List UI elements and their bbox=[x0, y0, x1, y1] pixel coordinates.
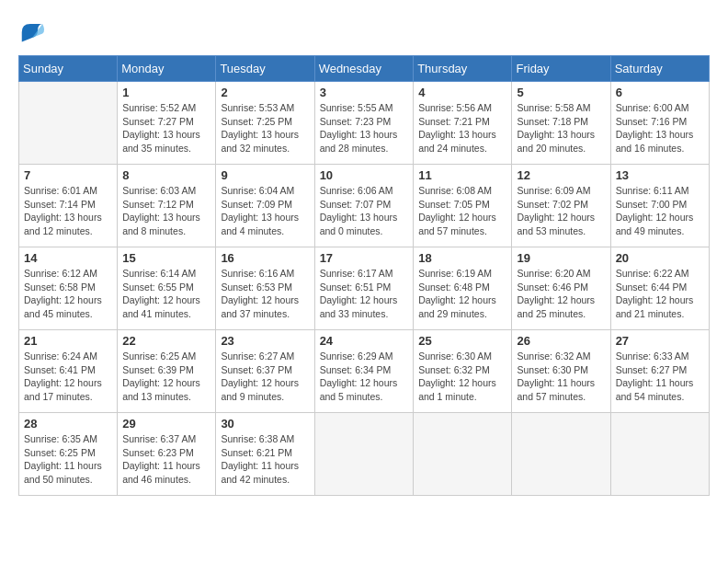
day-info: Sunrise: 6:20 AMSunset: 6:46 PMDaylight:… bbox=[517, 267, 605, 321]
day-cell: 10Sunrise: 6:06 AMSunset: 7:07 PMDayligh… bbox=[314, 165, 414, 247]
day-cell: 28Sunrise: 6:35 AMSunset: 6:25 PMDayligh… bbox=[19, 413, 118, 496]
day-number: 19 bbox=[517, 251, 605, 265]
day-cell bbox=[414, 413, 512, 496]
day-number: 23 bbox=[221, 334, 309, 348]
day-number: 26 bbox=[517, 334, 605, 348]
page-header bbox=[18, 18, 710, 46]
day-info: Sunrise: 5:58 AMSunset: 7:18 PMDaylight:… bbox=[517, 101, 605, 155]
day-number: 11 bbox=[418, 168, 506, 182]
day-info: Sunrise: 6:22 AMSunset: 6:44 PMDaylight:… bbox=[616, 267, 704, 321]
day-number: 16 bbox=[221, 251, 309, 265]
day-cell: 8Sunrise: 6:03 AMSunset: 7:12 PMDaylight… bbox=[118, 165, 216, 247]
header-thursday: Thursday bbox=[414, 56, 512, 82]
day-cell: 1Sunrise: 5:52 AMSunset: 7:27 PMDaylight… bbox=[118, 82, 216, 165]
day-number: 3 bbox=[320, 86, 409, 99]
day-number: 9 bbox=[221, 168, 309, 182]
day-info: Sunrise: 6:11 AMSunset: 7:00 PMDaylight:… bbox=[616, 184, 704, 238]
day-cell bbox=[19, 82, 118, 165]
day-number: 27 bbox=[616, 334, 704, 348]
day-cell: 3Sunrise: 5:55 AMSunset: 7:23 PMDaylight… bbox=[314, 82, 414, 165]
header-monday: Monday bbox=[118, 56, 216, 82]
day-info: Sunrise: 5:55 AMSunset: 7:23 PMDaylight:… bbox=[320, 101, 409, 155]
day-info: Sunrise: 5:56 AMSunset: 7:21 PMDaylight:… bbox=[418, 101, 506, 155]
day-number: 12 bbox=[517, 168, 605, 182]
day-info: Sunrise: 6:01 AMSunset: 7:14 PMDaylight:… bbox=[24, 184, 112, 238]
day-cell: 16Sunrise: 6:16 AMSunset: 6:53 PMDayligh… bbox=[216, 247, 314, 330]
day-cell bbox=[512, 413, 610, 496]
day-info: Sunrise: 6:38 AMSunset: 6:21 PMDaylight:… bbox=[221, 432, 309, 487]
week-row-5: 28Sunrise: 6:35 AMSunset: 6:25 PMDayligh… bbox=[19, 413, 710, 496]
day-cell: 6Sunrise: 6:00 AMSunset: 7:16 PMDaylight… bbox=[610, 82, 709, 165]
day-info: Sunrise: 6:09 AMSunset: 7:02 PMDaylight:… bbox=[517, 184, 605, 238]
day-info: Sunrise: 6:25 AMSunset: 6:39 PMDaylight:… bbox=[122, 350, 210, 404]
day-cell: 22Sunrise: 6:25 AMSunset: 6:39 PMDayligh… bbox=[118, 330, 216, 413]
header-wednesday: Wednesday bbox=[314, 56, 414, 82]
header-row: SundayMondayTuesdayWednesdayThursdayFrid… bbox=[19, 56, 710, 82]
day-cell: 30Sunrise: 6:38 AMSunset: 6:21 PMDayligh… bbox=[216, 413, 314, 496]
day-number: 29 bbox=[122, 417, 210, 431]
week-row-4: 21Sunrise: 6:24 AMSunset: 6:41 PMDayligh… bbox=[19, 330, 710, 413]
day-number: 10 bbox=[320, 168, 409, 182]
day-number: 28 bbox=[24, 417, 112, 431]
day-info: Sunrise: 6:24 AMSunset: 6:41 PMDaylight:… bbox=[24, 350, 112, 404]
day-cell: 25Sunrise: 6:30 AMSunset: 6:32 PMDayligh… bbox=[414, 330, 512, 413]
day-cell: 9Sunrise: 6:04 AMSunset: 7:09 PMDaylight… bbox=[216, 165, 314, 247]
day-number: 20 bbox=[616, 251, 704, 265]
day-number: 15 bbox=[122, 251, 210, 265]
day-number: 1 bbox=[122, 86, 210, 99]
day-info: Sunrise: 6:27 AMSunset: 6:37 PMDaylight:… bbox=[221, 350, 309, 404]
day-info: Sunrise: 6:14 AMSunset: 6:55 PMDaylight:… bbox=[122, 267, 210, 321]
header-sunday: Sunday bbox=[19, 56, 118, 82]
header-tuesday: Tuesday bbox=[216, 56, 314, 82]
day-cell: 13Sunrise: 6:11 AMSunset: 7:00 PMDayligh… bbox=[610, 165, 709, 247]
day-cell: 14Sunrise: 6:12 AMSunset: 6:58 PMDayligh… bbox=[19, 247, 118, 330]
day-cell: 26Sunrise: 6:32 AMSunset: 6:30 PMDayligh… bbox=[512, 330, 610, 413]
day-info: Sunrise: 6:04 AMSunset: 7:09 PMDaylight:… bbox=[221, 184, 309, 238]
day-cell: 5Sunrise: 5:58 AMSunset: 7:18 PMDaylight… bbox=[512, 82, 610, 165]
day-info: Sunrise: 6:17 AMSunset: 6:51 PMDaylight:… bbox=[320, 267, 409, 321]
day-cell: 4Sunrise: 5:56 AMSunset: 7:21 PMDaylight… bbox=[414, 82, 512, 165]
day-info: Sunrise: 6:03 AMSunset: 7:12 PMDaylight:… bbox=[122, 184, 210, 238]
day-info: Sunrise: 6:32 AMSunset: 6:30 PMDaylight:… bbox=[517, 350, 605, 404]
day-info: Sunrise: 6:19 AMSunset: 6:48 PMDaylight:… bbox=[418, 267, 506, 321]
day-number: 30 bbox=[221, 417, 309, 431]
day-cell: 29Sunrise: 6:37 AMSunset: 6:23 PMDayligh… bbox=[118, 413, 216, 496]
calendar-body: 1Sunrise: 5:52 AMSunset: 7:27 PMDaylight… bbox=[19, 82, 710, 496]
day-cell: 15Sunrise: 6:14 AMSunset: 6:55 PMDayligh… bbox=[118, 247, 216, 330]
day-info: Sunrise: 6:29 AMSunset: 6:34 PMDaylight:… bbox=[320, 350, 409, 404]
day-cell: 7Sunrise: 6:01 AMSunset: 7:14 PMDaylight… bbox=[19, 165, 118, 247]
day-number: 4 bbox=[418, 86, 506, 99]
day-info: Sunrise: 6:35 AMSunset: 6:25 PMDaylight:… bbox=[24, 432, 112, 487]
day-info: Sunrise: 6:12 AMSunset: 6:58 PMDaylight:… bbox=[24, 267, 112, 321]
day-info: Sunrise: 6:37 AMSunset: 6:23 PMDaylight:… bbox=[122, 432, 210, 487]
day-number: 22 bbox=[122, 334, 210, 348]
day-info: Sunrise: 6:06 AMSunset: 7:07 PMDaylight:… bbox=[320, 184, 409, 238]
day-number: 14 bbox=[24, 251, 112, 265]
day-cell: 23Sunrise: 6:27 AMSunset: 6:37 PMDayligh… bbox=[216, 330, 314, 413]
calendar-header: SundayMondayTuesdayWednesdayThursdayFrid… bbox=[19, 56, 710, 82]
logo bbox=[18, 18, 48, 46]
day-number: 6 bbox=[616, 86, 704, 99]
header-saturday: Saturday bbox=[610, 56, 709, 82]
day-number: 7 bbox=[24, 168, 112, 182]
day-number: 17 bbox=[320, 251, 409, 265]
day-info: Sunrise: 5:53 AMSunset: 7:25 PMDaylight:… bbox=[221, 101, 309, 155]
calendar-table: SundayMondayTuesdayWednesdayThursdayFrid… bbox=[18, 55, 710, 496]
day-info: Sunrise: 5:52 AMSunset: 7:27 PMDaylight:… bbox=[122, 101, 210, 155]
day-info: Sunrise: 6:16 AMSunset: 6:53 PMDaylight:… bbox=[221, 267, 309, 321]
day-cell: 11Sunrise: 6:08 AMSunset: 7:05 PMDayligh… bbox=[414, 165, 512, 247]
day-cell: 20Sunrise: 6:22 AMSunset: 6:44 PMDayligh… bbox=[610, 247, 709, 330]
day-cell: 24Sunrise: 6:29 AMSunset: 6:34 PMDayligh… bbox=[314, 330, 414, 413]
day-number: 5 bbox=[517, 86, 605, 99]
day-info: Sunrise: 6:33 AMSunset: 6:27 PMDaylight:… bbox=[616, 350, 704, 404]
day-number: 18 bbox=[418, 251, 506, 265]
day-number: 2 bbox=[221, 86, 309, 99]
day-cell bbox=[610, 413, 709, 496]
day-cell: 12Sunrise: 6:09 AMSunset: 7:02 PMDayligh… bbox=[512, 165, 610, 247]
day-info: Sunrise: 6:30 AMSunset: 6:32 PMDaylight:… bbox=[418, 350, 506, 404]
week-row-3: 14Sunrise: 6:12 AMSunset: 6:58 PMDayligh… bbox=[19, 247, 710, 330]
day-cell: 21Sunrise: 6:24 AMSunset: 6:41 PMDayligh… bbox=[19, 330, 118, 413]
week-row-1: 1Sunrise: 5:52 AMSunset: 7:27 PMDaylight… bbox=[19, 82, 710, 165]
week-row-2: 7Sunrise: 6:01 AMSunset: 7:14 PMDaylight… bbox=[19, 165, 710, 247]
header-friday: Friday bbox=[512, 56, 610, 82]
